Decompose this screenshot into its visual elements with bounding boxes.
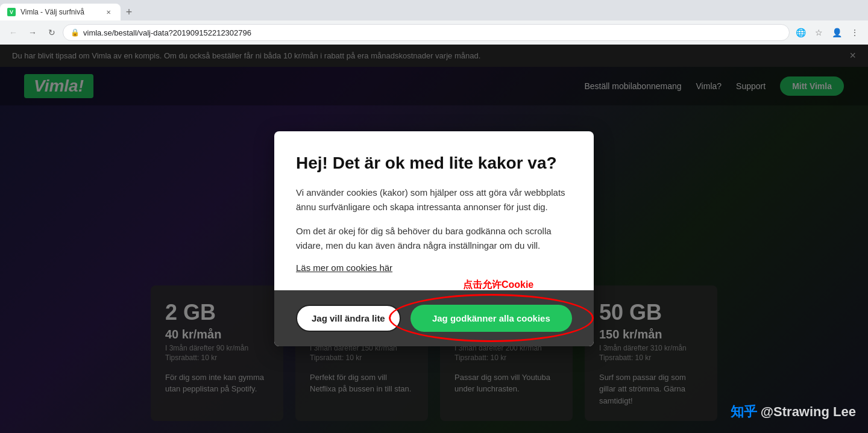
browser-toolbar: ← → ↻ 🔒 vimla.se/bestall/valj-data?20190…: [0, 20, 868, 45]
bookmark-button[interactable]: ☆: [810, 24, 827, 41]
back-button[interactable]: ←: [5, 24, 22, 41]
cookie-modal-body: Hej! Det är ok med lite kakor va? Vi anv…: [274, 131, 594, 290]
cookie-title: Hej! Det är ok med lite kakor va?: [296, 153, 572, 173]
cookie-modal: Hej! Det är ok med lite kakor va? Vi anv…: [274, 131, 594, 346]
menu-button[interactable]: ⋮: [846, 24, 863, 41]
cookie-paragraph1: Vi använder cookies (kakor) som hjälper …: [296, 185, 572, 214]
toolbar-right: 🌐 ☆ 👤 ⋮: [792, 24, 863, 41]
cookie-paragraph2: Om det är okej för dig så behöver du bar…: [296, 224, 572, 253]
forward-button[interactable]: →: [24, 24, 41, 41]
cookie-settings-button[interactable]: Jag vill ändra lite: [296, 305, 401, 332]
cookie-accept-button[interactable]: Jag godkänner alla cookies: [410, 305, 572, 332]
browser-tabs: V Vimla - Välj surfnivå ✕ +: [0, 0, 868, 20]
lock-icon: 🔒: [71, 28, 80, 37]
cookie-more-link[interactable]: Läs mer om cookies här: [296, 263, 392, 273]
browser-chrome: V Vimla - Välj surfnivå ✕ + ← → ↻ 🔒 viml…: [0, 0, 868, 45]
page-content: Du har blivit tipsad om Vimla av en komp…: [0, 45, 868, 433]
address-bar[interactable]: 🔒 vimla.se/bestall/valj-data?20190915221…: [63, 24, 790, 41]
translate-button[interactable]: 🌐: [792, 24, 809, 41]
profile-button[interactable]: 👤: [828, 24, 845, 41]
new-tab-button[interactable]: +: [121, 4, 137, 20]
active-tab[interactable]: V Vimla - Välj surfnivå ✕: [0, 4, 121, 20]
tab-close-btn[interactable]: ✕: [104, 7, 113, 17]
cookie-modal-footer: Jag vill ändra lite Jag godkänner alla c…: [274, 290, 594, 346]
tab-favicon: V: [7, 8, 16, 16]
modal-overlay: Hej! Det är ok med lite kakor va? Vi anv…: [0, 45, 868, 433]
tab-title: Vimla - Välj surfnivå: [20, 8, 84, 16]
reload-button[interactable]: ↻: [43, 24, 60, 41]
url-text: vimla.se/bestall/valj-data?2019091522123…: [83, 28, 251, 37]
